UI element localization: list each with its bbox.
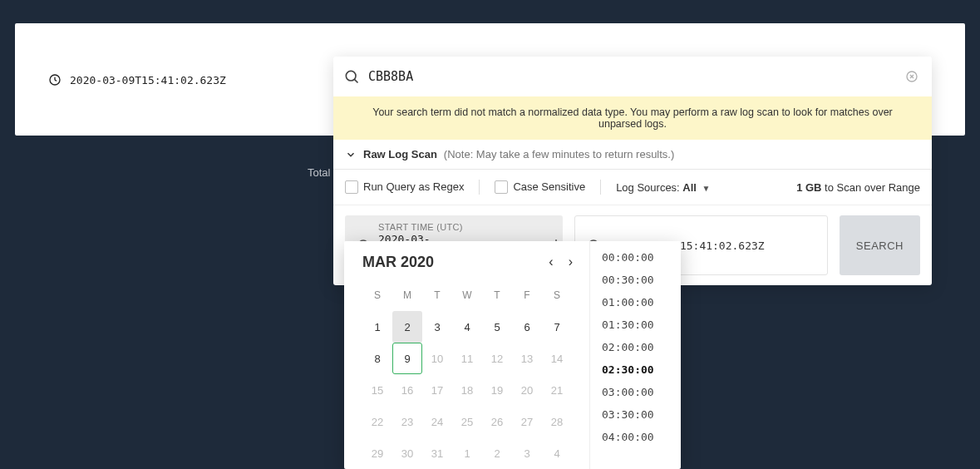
time-list: 00:00:0000:30:0001:00:0001:30:0002:00:00… xyxy=(589,241,681,469)
calendar-day[interactable]: 4 xyxy=(452,311,482,343)
raw-log-label: Raw Log Scan xyxy=(363,148,437,160)
calendar-day[interactable]: 5 xyxy=(482,311,512,343)
chevron-down-icon xyxy=(345,149,357,160)
time-option[interactable]: 03:30:00 xyxy=(590,403,681,426)
calendar-dow: S xyxy=(362,279,392,311)
time-option[interactable]: 02:00:00 xyxy=(590,336,681,358)
calendar-day[interactable]: 8 xyxy=(362,343,392,374)
divider xyxy=(600,180,601,195)
regex-label: Run Query as Regex xyxy=(363,180,464,193)
calendar-day[interactable]: 12 xyxy=(482,343,512,374)
search-button[interactable]: SEARCH xyxy=(840,215,920,275)
calendar-day[interactable]: 23 xyxy=(392,406,422,437)
time-option[interactable]: 00:00:00 xyxy=(590,246,681,269)
datetime-picker: MAR 2020 ‹ › SMTWTFS12345678910111213141… xyxy=(344,241,681,469)
clear-icon[interactable] xyxy=(905,70,918,83)
calendar-day[interactable]: 26 xyxy=(482,406,512,437)
calendar-day[interactable]: 27 xyxy=(512,406,542,437)
calendar-dow: W xyxy=(452,279,482,311)
raw-log-scan-toggle[interactable]: Raw Log Scan (Note: May take a few minut… xyxy=(333,140,932,170)
calendar-day[interactable]: 2 xyxy=(392,311,422,343)
log-sources-dropdown[interactable]: Log Sources: All ▼ xyxy=(616,181,710,194)
scan-options-row: Run Query as Regex Case Sensitive Log So… xyxy=(333,170,932,205)
calendar-day[interactable]: 15 xyxy=(362,374,392,406)
calendar-day[interactable]: 16 xyxy=(392,374,422,406)
raw-log-note: (Note: May take a few minutes to return … xyxy=(444,148,674,160)
time-option[interactable]: 01:30:00 xyxy=(590,313,681,336)
calendar-dow: M xyxy=(392,279,422,311)
warning-message: Your search term did not match a normali… xyxy=(333,96,932,140)
calendar-dow: F xyxy=(512,279,542,311)
calendar-day[interactable]: 25 xyxy=(452,406,482,437)
prev-month-button[interactable]: ‹ xyxy=(545,253,556,271)
calendar-day[interactable]: 3 xyxy=(512,437,542,469)
calendar-day[interactable]: 24 xyxy=(422,406,452,437)
calendar-day[interactable]: 14 xyxy=(542,343,572,374)
event-timestamp: 2020-03-09T15:41:02.623Z xyxy=(70,74,226,86)
log-sources-value: All xyxy=(682,181,697,194)
calendar: MAR 2020 ‹ › SMTWTFS12345678910111213141… xyxy=(344,241,589,469)
clock-icon xyxy=(48,73,62,86)
divider xyxy=(479,180,480,195)
calendar-day[interactable]: 4 xyxy=(542,437,572,469)
calendar-day[interactable]: 1 xyxy=(452,437,482,469)
case-label: Case Sensitive xyxy=(513,180,585,193)
calendar-day[interactable]: 3 xyxy=(422,311,452,343)
time-option[interactable]: 00:30:00 xyxy=(590,269,681,291)
search-icon xyxy=(343,68,360,85)
search-input[interactable] xyxy=(368,69,905,84)
calendar-day[interactable]: 20 xyxy=(512,374,542,406)
log-sources-label: Log Sources: xyxy=(616,181,680,194)
calendar-day[interactable]: 30 xyxy=(392,437,422,469)
calendar-day[interactable]: 6 xyxy=(512,311,542,343)
calendar-day[interactable]: 31 xyxy=(422,437,452,469)
calendar-day[interactable]: 2 xyxy=(482,437,512,469)
calendar-day[interactable]: 10 xyxy=(422,343,452,374)
calendar-day[interactable]: 29 xyxy=(362,437,392,469)
calendar-day[interactable]: 22 xyxy=(362,406,392,437)
case-sensitive-checkbox[interactable]: Case Sensitive xyxy=(495,180,585,195)
next-month-button[interactable]: › xyxy=(565,253,576,271)
calendar-day[interactable]: 11 xyxy=(452,343,482,374)
calendar-day[interactable]: 19 xyxy=(482,374,512,406)
calendar-day[interactable]: 21 xyxy=(542,374,572,406)
calendar-day[interactable]: 1 xyxy=(362,311,392,343)
calendar-dow: T xyxy=(482,279,512,311)
calendar-day[interactable]: 13 xyxy=(512,343,542,374)
time-option[interactable]: 02:30:00 xyxy=(590,358,681,381)
calendar-day[interactable]: 9 xyxy=(392,343,422,374)
scan-size-value: 1 GB xyxy=(796,181,821,194)
scan-size: 1 GB to Scan over Range xyxy=(796,181,920,194)
calendar-day[interactable]: 28 xyxy=(542,406,572,437)
calendar-title: MAR 2020 xyxy=(362,254,545,271)
calendar-day[interactable]: 7 xyxy=(542,311,572,343)
start-time-label: START TIME (UTC) xyxy=(378,222,534,232)
calendar-dow: T xyxy=(422,279,452,311)
time-option[interactable]: 03:00:00 xyxy=(590,381,681,403)
calendar-day[interactable]: 18 xyxy=(452,374,482,406)
calendar-dow: S xyxy=(542,279,572,311)
scan-size-suffix: to Scan over Range xyxy=(825,181,920,194)
time-option[interactable]: 04:00:00 xyxy=(590,426,681,448)
search-bar xyxy=(333,57,932,96)
caret-down-icon: ▼ xyxy=(702,184,711,193)
time-option[interactable]: 01:00:00 xyxy=(590,291,681,313)
regex-checkbox[interactable]: Run Query as Regex xyxy=(345,180,464,195)
calendar-day[interactable]: 17 xyxy=(422,374,452,406)
svg-point-1 xyxy=(346,71,356,81)
